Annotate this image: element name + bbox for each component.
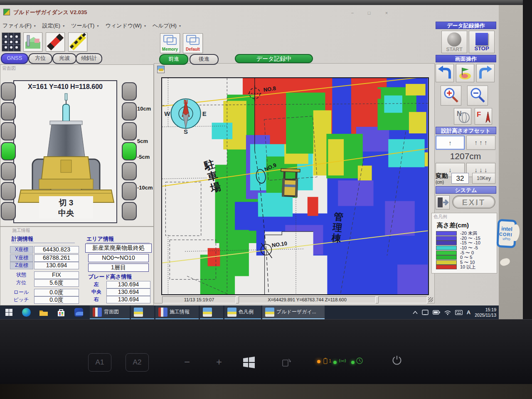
- measurement-value: 64430.823: [34, 246, 79, 254]
- grid-view-icon-button[interactable]: [2, 32, 21, 52]
- design-offset-header: 設計高さオフセット: [436, 127, 496, 134]
- taskbar-app-施工情報[interactable]: 施工情報: [155, 305, 199, 319]
- hardware-volume-up-button[interactable]: +: [210, 353, 228, 372]
- map-canvas[interactable]: NO.8NO.9NO.10駐車場管理棟 N W E S: [161, 77, 429, 295]
- battery-indicator-number: 1: [329, 358, 331, 363]
- stop-label: STOP: [469, 45, 494, 52]
- drive-button-forward[interactable]: 前進: [159, 54, 188, 65]
- offset-up-button[interactable]: ↑: [436, 135, 465, 150]
- legend-swatch: [436, 236, 457, 241]
- taskbar-app-色凡例[interactable]: 色凡例: [224, 305, 261, 319]
- plan-view-window-icon: [157, 66, 165, 73]
- redo-view-button[interactable]: [476, 64, 495, 82]
- zoom-in-button[interactable]: [441, 86, 461, 106]
- close-button[interactable]: ×: [382, 10, 391, 16]
- default-button[interactable]: Default: [183, 33, 203, 53]
- file-explorer-icon[interactable]: [35, 305, 52, 319]
- hardware-button-a2[interactable]: A2: [126, 353, 149, 372]
- taskbar-app-icon-only-3[interactable]: [200, 305, 223, 319]
- grade-led: [122, 82, 137, 101]
- measurement-header: 計測情報: [12, 235, 75, 243]
- maximize-button[interactable]: □: [365, 10, 373, 16]
- mode-button-方位[interactable]: 方位: [28, 53, 52, 64]
- menu-item-2[interactable]: ツール(T): [71, 22, 94, 30]
- blue-app-icon[interactable]: [70, 305, 87, 319]
- hardware-button-a1[interactable]: A1: [88, 353, 111, 372]
- red-stripe-icon-button[interactable]: [46, 32, 65, 52]
- map-status-datetime: 11/13 15:19:07: [162, 296, 236, 303]
- grade-led: [1, 122, 16, 140]
- menu-item-0[interactable]: ファイル(F): [2, 22, 32, 30]
- step-value-input[interactable]: 32: [451, 173, 469, 184]
- stop-button[interactable]: STOP: [469, 31, 495, 53]
- tablet-mode-icon[interactable]: [422, 309, 429, 315]
- yellow-stripe-icon-button[interactable]: [68, 32, 87, 52]
- taskbar-app-label: 色凡例: [239, 308, 254, 315]
- heading-up-button[interactable]: F: [475, 108, 492, 125]
- battery-icon[interactable]: [433, 310, 440, 315]
- menu-item-4[interactable]: ヘルプ(H): [153, 22, 177, 30]
- power-button[interactable]: [392, 355, 402, 367]
- microsoft-store-icon[interactable]: [52, 305, 70, 319]
- record-ops-header: データ記録操作: [436, 22, 496, 29]
- north-up-button[interactable]: N: [454, 108, 471, 125]
- legend-swatch: [436, 246, 457, 250]
- zoom-out-button[interactable]: [467, 86, 488, 106]
- hardware-volume-down-button[interactable]: −: [178, 353, 196, 372]
- grade-led: [1, 102, 16, 121]
- tenkey-button[interactable]: 10Key: [472, 173, 495, 184]
- taskbar-app-ブルドーザガイ...[interactable]: ブルドーザガイ...: [262, 305, 325, 319]
- menu-item-3[interactable]: ウィンドウ(W): [105, 22, 141, 30]
- menu-caret-icon: ▾: [34, 24, 36, 28]
- area-header: エリア情報: [86, 235, 150, 243]
- rear-view-window-title: 背面図: [0, 65, 153, 72]
- ime-indicator[interactable]: A: [467, 309, 470, 315]
- dozer-window-icon: [265, 308, 274, 317]
- minimize-button[interactable]: −: [348, 10, 357, 16]
- scale-label: 5cm: [137, 138, 155, 144]
- start-button[interactable]: START: [441, 31, 467, 53]
- default-label: Default: [183, 47, 202, 52]
- exit-door-icon[interactable]: [436, 195, 450, 209]
- touch-keyboard-icon[interactable]: [455, 310, 463, 315]
- tablet-right-bezel: [499, 5, 523, 319]
- undo-view-button[interactable]: [436, 64, 454, 82]
- recording-status-badge: データ記録中: [235, 54, 313, 63]
- legend-range-label: 10 以上: [460, 264, 475, 270]
- svg-text:S: S: [184, 128, 188, 135]
- resize-grip[interactable]: [428, 297, 433, 302]
- grade-led: [122, 182, 137, 200]
- section-view-icon-button[interactable]: [23, 32, 42, 52]
- mode-button-傾斜計[interactable]: 傾斜計: [76, 53, 102, 64]
- svg-text:W: W: [164, 111, 170, 117]
- step-unit: (cm): [436, 180, 451, 185]
- mode-button-光波[interactable]: 光波: [52, 53, 76, 64]
- blade-value: 130.694: [106, 288, 150, 296]
- machine-position-readout: X=161 Y=410 H=118.600: [14, 83, 116, 91]
- windows-start-button[interactable]: [0, 305, 17, 319]
- blade-value: 130.694: [106, 281, 150, 288]
- wifi-icon[interactable]: [444, 310, 451, 315]
- drive-button-reverse[interactable]: 後進: [190, 54, 219, 65]
- app-icon: [3, 9, 10, 15]
- menu-item-1[interactable]: 設定(E): [42, 22, 60, 30]
- hardware-windows-button[interactable]: [243, 357, 255, 370]
- step-label-group: 変動 (cm): [436, 172, 451, 185]
- memory-button[interactable]: Memory: [160, 33, 180, 53]
- edge-browser-icon[interactable]: [17, 305, 35, 319]
- table-surface: [0, 384, 532, 399]
- exit-button[interactable]: EXIT: [452, 195, 495, 209]
- taskbar-app-icon-only-1[interactable]: [131, 305, 154, 319]
- taskbar-clock[interactable]: 15:19 2025/11/13: [475, 307, 496, 318]
- flag-home-view-button[interactable]: [456, 64, 474, 82]
- area-value: 新産業廃棄物最終処: [85, 244, 152, 253]
- grade-led: [1, 182, 16, 200]
- offset-up3-button[interactable]: ↑ ↑ ↑: [466, 135, 495, 150]
- panel-window-icon: [158, 308, 167, 317]
- grade-led: [1, 162, 16, 180]
- tray-chevron-icon[interactable]: [413, 311, 418, 314]
- legend-swatch: [436, 265, 457, 269]
- mode-button-GNSS[interactable]: GNSS: [1, 53, 28, 64]
- rotation-lock-icon[interactable]: [281, 357, 291, 369]
- taskbar-app-背面図[interactable]: 背面図: [90, 305, 130, 319]
